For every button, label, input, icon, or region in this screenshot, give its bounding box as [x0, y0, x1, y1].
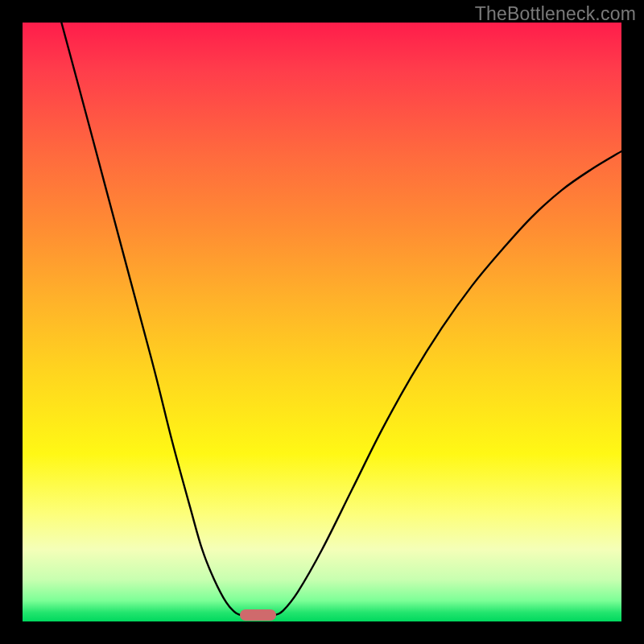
chart-frame: TheBottleneck.com: [0, 0, 644, 644]
left-branch-curve: [61, 23, 240, 615]
optimal-marker: [240, 609, 276, 621]
watermark-text: TheBottleneck.com: [475, 3, 636, 25]
curve-svg: [23, 23, 621, 621]
right-branch-curve: [275, 151, 621, 615]
plot-area: [23, 23, 621, 621]
